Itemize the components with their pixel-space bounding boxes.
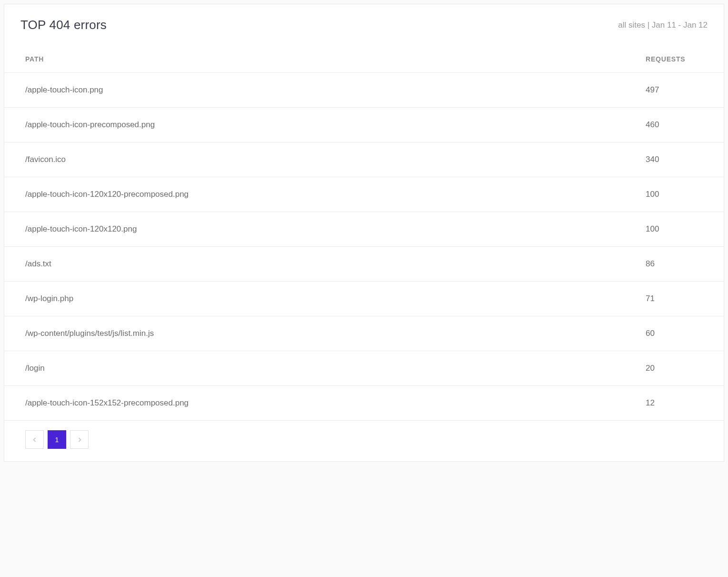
column-header-path[interactable]: PATH: [25, 55, 646, 63]
chevron-right-icon: [77, 437, 82, 442]
pagination-page-button[interactable]: 1: [48, 430, 66, 449]
table-row[interactable]: /apple-touch-icon-120x120-precomposed.pn…: [4, 177, 724, 212]
cell-requests: 71: [646, 294, 703, 304]
cell-requests: 497: [646, 85, 703, 95]
cell-path: /apple-touch-icon-precomposed.png: [25, 120, 646, 130]
table-row[interactable]: /wp-login.php71: [4, 282, 724, 316]
cell-requests: 12: [646, 398, 703, 408]
cell-path: /ads.txt: [25, 259, 646, 269]
filter-text: all sites | Jan 11 - Jan 12: [618, 20, 708, 30]
card-header: TOP 404 errors all sites | Jan 11 - Jan …: [4, 4, 724, 41]
table-header: PATH REQUESTS: [4, 41, 724, 73]
table-row[interactable]: /apple-touch-icon-precomposed.png460: [4, 108, 724, 142]
cell-requests: 100: [646, 224, 703, 234]
card: TOP 404 errors all sites | Jan 11 - Jan …: [4, 4, 724, 462]
table-body: /apple-touch-icon.png497/apple-touch-ico…: [4, 73, 724, 421]
cell-path: /apple-touch-icon-120x120-precomposed.pn…: [25, 190, 646, 199]
cell-path: /apple-touch-icon-152x152-precomposed.pn…: [25, 398, 646, 408]
cell-path: /wp-login.php: [25, 294, 646, 304]
cell-requests: 86: [646, 259, 703, 269]
table-row[interactable]: /favicon.ico340: [4, 142, 724, 177]
pagination: 1: [4, 421, 724, 461]
table-row[interactable]: /apple-touch-icon.png497: [4, 73, 724, 108]
cell-path: /wp-content/plugins/test/js/list.min.js: [25, 329, 646, 338]
cell-requests: 60: [646, 329, 703, 338]
table-row[interactable]: /login20: [4, 351, 724, 386]
cell-requests: 340: [646, 155, 703, 164]
cell-requests: 100: [646, 190, 703, 199]
cell-path: /favicon.ico: [25, 155, 646, 164]
column-header-requests[interactable]: REQUESTS: [646, 55, 703, 63]
cell-requests: 460: [646, 120, 703, 130]
pagination-next-button[interactable]: [70, 430, 89, 449]
cell-requests: 20: [646, 364, 703, 373]
table-row[interactable]: /wp-content/plugins/test/js/list.min.js6…: [4, 316, 724, 351]
cell-path: /apple-touch-icon.png: [25, 85, 646, 95]
card-title: TOP 404 errors: [20, 18, 107, 32]
table-row[interactable]: /ads.txt86: [4, 247, 724, 282]
pagination-prev-button[interactable]: [25, 430, 44, 449]
cell-path: /login: [25, 364, 646, 373]
table-row[interactable]: /apple-touch-icon-152x152-precomposed.pn…: [4, 386, 724, 421]
cell-path: /apple-touch-icon-120x120.png: [25, 224, 646, 234]
table-row[interactable]: /apple-touch-icon-120x120.png100: [4, 212, 724, 247]
chevron-left-icon: [32, 437, 37, 442]
